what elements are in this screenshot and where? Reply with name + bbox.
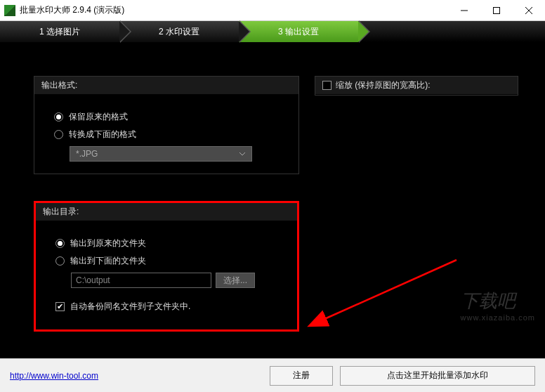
radio-label: 保留原来的格式 bbox=[69, 111, 128, 123]
svg-line-5 bbox=[323, 260, 457, 320]
format-combobox[interactable]: *.JPG bbox=[70, 146, 252, 162]
output-directory-panel: 输出目录: 输出到原来的文件夹 输出到下面的文件夹 C:\output 选择..… bbox=[34, 201, 299, 332]
browse-button[interactable]: 选择... bbox=[216, 273, 255, 288]
step-1-label: 1 选择图片 bbox=[39, 27, 80, 37]
step-3-label: 3 输出设置 bbox=[278, 27, 319, 37]
svg-rect-1 bbox=[494, 7, 500, 13]
radio-icon bbox=[55, 239, 65, 248]
register-button[interactable]: 注册 bbox=[270, 366, 333, 386]
step-2[interactable]: 2 水印设置 bbox=[119, 21, 239, 42]
scale-panel: 缩放 (保持原图的宽高比): bbox=[315, 76, 518, 96]
watermark-text: 下载吧 bbox=[461, 290, 516, 311]
watermark-overlay: 下载吧 www.xiazaiba.com bbox=[461, 289, 535, 322]
output-format-header: 输出格式: bbox=[34, 77, 298, 94]
minimize-button[interactable] bbox=[448, 0, 480, 21]
scale-label: 缩放 (保持原图的宽高比): bbox=[336, 79, 431, 91]
radio-convert-format[interactable]: 转换成下面的格式 bbox=[54, 129, 284, 141]
annotation-arrow bbox=[302, 253, 471, 337]
radio-label: 输出到原来的文件夹 bbox=[70, 237, 146, 249]
content-area: 输出格式: 保留原来的格式 转换成下面的格式 *.JPG 缩放 (保持原图的宽高… bbox=[0, 42, 545, 358]
window-title: 批量水印大师 2.9.4 (演示版) bbox=[20, 4, 448, 16]
close-icon bbox=[525, 7, 532, 14]
titlebar: 批量水印大师 2.9.4 (演示版) bbox=[0, 0, 545, 21]
maximize-button[interactable] bbox=[480, 0, 513, 21]
step-bar: 1 选择图片 2 水印设置 3 输出设置 bbox=[0, 21, 545, 42]
footer: http://www.win-tool.com 注册 点击这里开始批量添加水印 bbox=[0, 358, 545, 392]
radio-icon bbox=[55, 256, 65, 266]
scale-checkbox[interactable] bbox=[322, 81, 331, 90]
checkbox-label: 自动备份同名文件到子文件夹中. bbox=[70, 301, 190, 313]
chevron-down-icon bbox=[239, 150, 246, 157]
browse-label: 选择... bbox=[223, 275, 247, 287]
combo-value: *.JPG bbox=[76, 149, 98, 159]
radio-output-custom-folder[interactable]: 输出到下面的文件夹 bbox=[55, 255, 283, 267]
backup-checkbox-row[interactable]: 自动备份同名文件到子文件夹中. bbox=[55, 301, 283, 313]
radio-keep-original-format[interactable]: 保留原来的格式 bbox=[54, 111, 284, 123]
watermark-url: www.xiazaiba.com bbox=[461, 313, 535, 322]
start-label: 点击这里开始批量添加水印 bbox=[387, 370, 488, 381]
output-path-input[interactable]: C:\output bbox=[71, 273, 211, 288]
radio-icon bbox=[54, 130, 63, 139]
website-link[interactable]: http://www.win-tool.com bbox=[10, 371, 98, 381]
step-1[interactable]: 1 选择图片 bbox=[0, 21, 119, 42]
register-label: 注册 bbox=[293, 370, 310, 381]
radio-icon bbox=[54, 112, 63, 122]
radio-label: 输出到下面的文件夹 bbox=[70, 255, 146, 267]
minimize-icon bbox=[461, 7, 468, 14]
close-button[interactable] bbox=[513, 0, 545, 21]
output-directory-header: 输出目录: bbox=[36, 203, 297, 221]
checkbox-icon bbox=[55, 302, 65, 311]
app-icon bbox=[4, 5, 15, 16]
scale-header: 缩放 (保持原图的宽高比): bbox=[315, 77, 518, 94]
maximize-icon bbox=[493, 7, 500, 14]
radio-output-original-folder[interactable]: 输出到原来的文件夹 bbox=[55, 237, 283, 249]
path-value: C:\output bbox=[76, 275, 110, 285]
step-3-active[interactable]: 3 输出设置 bbox=[239, 21, 358, 42]
start-batch-button[interactable]: 点击这里开始批量添加水印 bbox=[340, 366, 535, 386]
output-format-panel: 输出格式: 保留原来的格式 转换成下面的格式 *.JPG bbox=[34, 76, 299, 174]
radio-label: 转换成下面的格式 bbox=[69, 129, 136, 141]
step-2-label: 2 水印设置 bbox=[159, 27, 199, 37]
